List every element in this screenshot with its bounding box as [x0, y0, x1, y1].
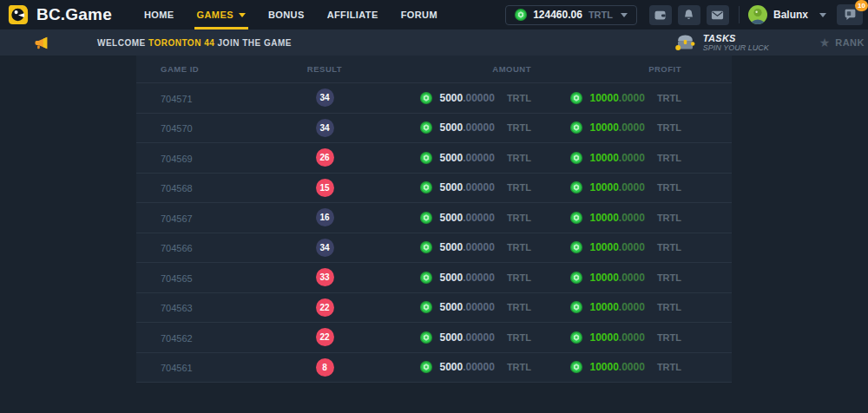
rank-widget[interactable]: ★ RANK	[819, 36, 865, 49]
amount-decimals: .00000	[463, 121, 495, 134]
trtl-coin-icon	[515, 9, 527, 21]
result-badge: 22	[316, 298, 334, 317]
notifications-button[interactable]	[678, 5, 700, 25]
profit-currency: TRTL	[657, 182, 681, 193]
trtl-coin-icon	[420, 272, 432, 284]
profit-integer: 10000	[589, 301, 618, 313]
profit-integer: 10000	[589, 241, 618, 253]
nav-item[interactable]: HOME	[133, 0, 186, 30]
announcement-banner: WELCOME TORONTON 44 JOIN THE GAME TASKS …	[0, 30, 868, 56]
bcgame-logo[interactable]: BC.Game	[7, 3, 112, 26]
game-id-link[interactable]: 704571	[161, 94, 193, 104]
col-header-result: RESULT	[291, 64, 358, 74]
table-row: 704566 34 5000.00000 TRTL	[136, 233, 732, 264]
treasure-chest-icon	[674, 33, 696, 51]
profit-decimals: .0000	[619, 121, 645, 134]
trtl-coin-icon	[420, 241, 432, 253]
profit-decimals: .0000	[619, 361, 645, 373]
amount-decimals: .00000	[463, 212, 495, 224]
table-row: 704569 26 5000.00000 TRTL	[136, 143, 732, 174]
trtl-coin-icon	[570, 152, 582, 164]
table-row: 704568 15 5000.00000 TRTL	[136, 174, 732, 204]
nav-item-label: BONUS	[268, 10, 305, 20]
welcome-username: TORONTON 44	[148, 38, 214, 48]
profit-currency: TRTL	[657, 122, 681, 133]
trtl-coin-icon	[420, 331, 432, 344]
trtl-coin-icon	[420, 92, 432, 104]
amount-integer: 5000	[439, 212, 463, 224]
table-body: 704571 34 5000.00000 TRTL	[136, 83, 732, 383]
messages-button[interactable]	[707, 5, 729, 25]
profit-integer: 10000	[589, 181, 618, 193]
profit-integer: 10000	[589, 272, 618, 284]
amount-currency: TRTL	[507, 272, 531, 283]
amount-integer: 5000	[439, 241, 463, 253]
game-id-link[interactable]: 704568	[161, 183, 193, 193]
amount-currency: TRTL	[507, 213, 531, 223]
amount-currency: TRTL	[507, 332, 531, 343]
nav-item[interactable]: BONUS	[257, 0, 316, 30]
amount-currency: TRTL	[507, 93, 531, 103]
welcome-prefix: WELCOME	[97, 38, 146, 48]
game-id-link[interactable]: 704563	[161, 303, 193, 313]
profit-currency: TRTL	[657, 362, 681, 372]
trtl-coin-icon	[570, 301, 582, 313]
trtl-coin-icon	[570, 331, 582, 344]
table-row: 704567 16 5000.00000 TRTL	[136, 203, 732, 233]
nav-item[interactable]: GAMES	[186, 0, 257, 30]
user-menu[interactable]: Balunx	[748, 5, 826, 24]
avatar	[748, 5, 767, 24]
result-badge: 8	[316, 358, 334, 377]
game-id-link[interactable]: 704562	[161, 333, 193, 344]
amount-integer: 5000	[439, 361, 463, 373]
chat-unread-badge: 10	[855, 0, 868, 11]
trtl-coin-icon	[420, 181, 432, 193]
amount-decimals: .00000	[463, 272, 495, 284]
amount-currency: TRTL	[507, 122, 531, 133]
profit-currency: TRTL	[657, 302, 681, 312]
trtl-coin-icon	[420, 301, 432, 313]
amount-integer: 5000	[439, 272, 463, 284]
trtl-coin-icon	[570, 181, 582, 193]
trtl-coin-icon	[570, 241, 582, 253]
nav-item-label: HOME	[144, 10, 174, 20]
col-header-profit: PROFIT	[531, 64, 681, 74]
result-badge: 34	[316, 119, 334, 137]
trtl-coin-icon	[420, 121, 432, 134]
profit-decimals: .0000	[619, 272, 645, 284]
star-icon: ★	[819, 36, 831, 49]
chat-button[interactable]: 10	[837, 4, 863, 25]
game-id-link[interactable]: 704565	[161, 273, 193, 284]
nav-item[interactable]: AFFILIATE	[316, 0, 390, 30]
game-id-link[interactable]: 704567	[161, 213, 193, 224]
game-id-link[interactable]: 704569	[161, 154, 193, 164]
header-right: 124460.06 TRTL	[505, 4, 868, 25]
trtl-coin-icon	[570, 121, 582, 134]
profit-decimals: .0000	[619, 152, 645, 164]
amount-integer: 5000	[439, 331, 463, 344]
game-id-link[interactable]: 704570	[161, 123, 193, 134]
profit-decimals: .0000	[619, 241, 645, 253]
table-row: 704561 8 5000.00000 TRTL	[136, 353, 732, 384]
nav-item[interactable]: FORUM	[390, 0, 449, 30]
amount-currency: TRTL	[507, 302, 531, 312]
profit-decimals: .0000	[619, 331, 645, 344]
wallet-button[interactable]	[649, 5, 672, 25]
balance-selector[interactable]: 124460.06 TRTL	[505, 5, 637, 25]
profit-currency: TRTL	[657, 242, 681, 252]
result-badge: 34	[316, 239, 334, 257]
game-id-link[interactable]: 704566	[161, 243, 193, 253]
main-nav: HOME GAMES BONUS AFFILIATE FORUM	[133, 0, 449, 30]
logo-text: BC.Game	[36, 5, 112, 24]
table-row: 704571 34 5000.00000 TRTL	[136, 83, 732, 114]
amount-decimals: .00000	[463, 152, 495, 164]
rank-label: RANK	[835, 37, 865, 48]
wallet-icon	[654, 10, 667, 21]
profit-integer: 10000	[589, 121, 618, 134]
amount-decimals: .00000	[463, 361, 495, 373]
profit-integer: 10000	[589, 361, 618, 373]
tasks-widget[interactable]: TASKS SPIN YOUR LUCK	[674, 33, 769, 53]
tasks-title: TASKS	[703, 33, 769, 44]
result-badge: 34	[316, 88, 334, 107]
game-id-link[interactable]: 704561	[161, 363, 193, 373]
